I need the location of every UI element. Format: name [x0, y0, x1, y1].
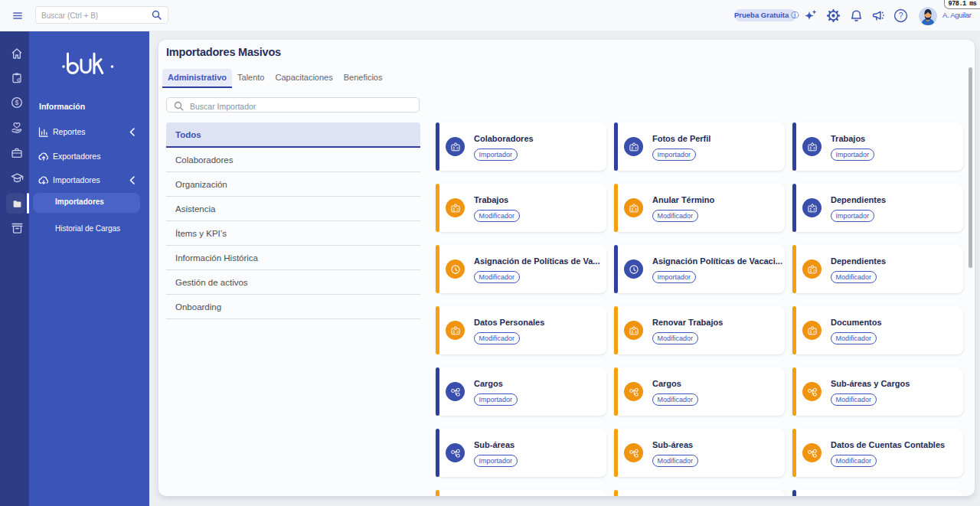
svg-text:$: $ — [15, 99, 19, 106]
svg-text:?: ? — [899, 11, 903, 20]
